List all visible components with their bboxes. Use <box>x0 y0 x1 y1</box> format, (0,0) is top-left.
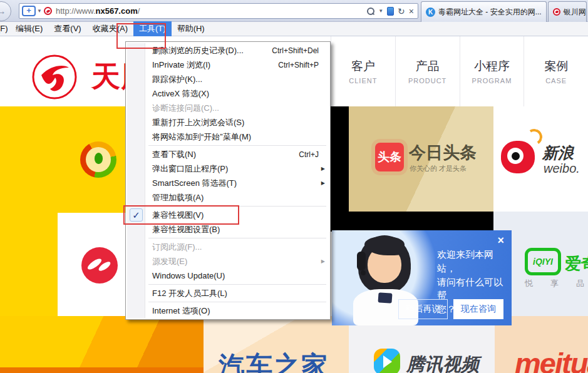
nav-item-product[interactable]: 产品 PRODUCT <box>395 36 460 106</box>
menu-item-internet-options[interactable]: Internet 选项(O) <box>127 304 329 318</box>
nav-product-cn: 产品 <box>416 58 440 74</box>
tile-toutiao[interactable]: 头条 今日头条 你关心的 才是头条 <box>349 106 493 212</box>
forward-button[interactable]: → <box>0 1 11 21</box>
meituan-title: meituan <box>515 346 588 373</box>
nav-item-case[interactable]: 案例 CASE <box>524 36 588 106</box>
iqiyi-slogan: 悦享品 <box>525 278 584 289</box>
tab-yinchuan-title: 银川网 <box>564 7 586 18</box>
tile-autohome[interactable]: 汽车之家 <box>204 316 349 373</box>
tencent-video-logo-icon <box>374 349 400 373</box>
menu-item-reopen-last-session[interactable]: 重新打开上次浏览会话(S) <box>127 115 329 130</box>
tab-bar: K 毒霸网址大全 - 安全实用的网... 银川网 <box>421 1 587 22</box>
refresh-icon[interactable]: ↻ <box>398 7 405 16</box>
search-dropdown-icon[interactable]: ▼ <box>378 8 383 14</box>
menu-item-add-site-to-start[interactable]: 将网站添加到“开始”菜单(M) <box>127 130 329 144</box>
nav-client-en: CLIENT <box>349 77 377 84</box>
phoenix-logo-icon <box>81 247 118 284</box>
weibo-en-text: weibo. <box>544 161 580 176</box>
tools-dropdown-menu: 删除浏览的历史记录(D)...Ctrl+Shift+Del InPrivate … <box>125 41 331 320</box>
nav-product-en: PRODUCT <box>408 77 446 84</box>
autohome-title: 汽车之家 <box>219 349 329 373</box>
menu-separator <box>148 238 326 238</box>
submenu-arrow-icon: ▶ <box>321 258 325 264</box>
menu-item-tracking-protection[interactable]: 跟踪保护(K)... <box>127 72 329 86</box>
submenu-arrow-icon: ▶ <box>321 180 325 186</box>
tile-weibo[interactable]: 新浪 weibo. <box>493 106 588 212</box>
address-bar[interactable]: + ▼ http://www.nx567.com/ ▼ ↻ × <box>19 3 418 19</box>
menu-item-smartscreen[interactable]: SmartScreen 筛选器(T)▶ <box>127 176 329 190</box>
tencent-video-title: 腾讯视频 <box>406 352 479 373</box>
menu-item-inprivate[interactable]: InPrivate 浏览(I)Ctrl+Shift+P <box>127 58 329 72</box>
menu-item-activex-filtering[interactable]: ActiveX 筛选(X) <box>127 86 329 101</box>
nav-case-en: CASE <box>545 77 567 84</box>
annotation-rect-tools <box>116 23 166 49</box>
site-nav: 客户 CLIENT 产品 PRODUCT 小程序 PROGRAM 案例 CASE <box>331 36 588 106</box>
addon-dropdown-icon[interactable]: ▼ <box>37 8 42 14</box>
qq-logo-icon <box>80 141 116 178</box>
menu-bar: 文件(F) 编辑(E) 查看(V) 收藏夹(A) 工具(T) 帮助(H) <box>0 22 588 36</box>
yinchuan-favicon-icon <box>553 8 560 16</box>
menu-separator <box>148 145 326 146</box>
chat-popup: × 欢迎来到本网站， 请问有什么可以帮 您？ 稍后再说 现在咨询 <box>332 230 512 325</box>
menu-item-subscribe-feed: 订阅此源(F)... <box>127 240 329 254</box>
duba-favicon-icon: K <box>426 8 435 17</box>
popup-close-icon[interactable]: × <box>497 235 504 245</box>
menu-help[interactable]: 帮助(H) <box>172 21 210 36</box>
tianmai-logo-icon <box>31 54 78 100</box>
menu-item-feed-discovery: 源发现(E)▶ <box>127 254 329 268</box>
menu-separator <box>148 302 326 302</box>
black-gap-horizontal <box>349 212 493 232</box>
iqiyi-logo-icon: iQIYI <box>525 248 561 275</box>
nav-client-cn: 客户 <box>351 58 375 74</box>
annotation-rect-compatibility-view <box>123 205 239 225</box>
black-gap-vertical <box>331 106 349 232</box>
menu-file[interactable]: 文件(F) <box>0 21 10 36</box>
menu-separator <box>148 284 326 285</box>
menu-item-manage-addons[interactable]: 管理加载项(A) <box>127 190 329 205</box>
tab-duba[interactable]: K 毒霸网址大全 - 安全实用的网... <box>421 1 547 22</box>
url-text[interactable]: http://www.nx567.com/ <box>56 6 140 16</box>
toutiao-slogan: 你关心的 才是头条 <box>410 164 467 173</box>
weibo-cn-text: 新浪 <box>542 143 574 163</box>
tab-duba-title: 毒霸网址大全 - 安全实用的网... <box>438 7 542 18</box>
tile-orange <box>0 316 204 373</box>
nav-item-program[interactable]: 小程序 PROGRAM <box>460 36 524 106</box>
search-icon[interactable] <box>367 8 374 15</box>
tab-yinchuan[interactable]: 银川网 <box>548 1 587 22</box>
iqiyi-title: 爱奇艺 <box>565 253 588 275</box>
menu-item-popup-blocker[interactable]: 弹出窗口阻止程序(P)▶ <box>127 161 329 176</box>
stop-icon[interactable]: × <box>409 7 414 16</box>
weibo-eye-icon <box>501 141 535 173</box>
browser-window: 天脉 客户 CLIENT 产品 PRODUCT 小程序 PROGRAM 案例 C… <box>0 0 588 373</box>
consult-now-button[interactable]: 现在咨询 <box>453 299 503 319</box>
nav-item-client[interactable]: 客户 CLIENT <box>331 36 395 106</box>
menu-view[interactable]: 查看(V) <box>48 21 86 36</box>
nav-program-en: PROGRAM <box>472 77 512 84</box>
site-favicon-icon <box>44 7 52 15</box>
nav-case-cn: 案例 <box>544 58 568 74</box>
menu-item-f12-tools[interactable]: F12 开发人员工具(L) <box>127 286 329 300</box>
menu-item-windows-update[interactable]: Windows Update(U) <box>127 268 329 283</box>
compatibility-page-icon[interactable] <box>387 7 394 16</box>
toutiao-badge-icon: 头条 <box>375 143 404 171</box>
browser-toolbar: → + ▼ http://www.nx567.com/ ▼ ↻ × K 毒霸网址… <box>0 0 588 22</box>
later-button[interactable]: 稍后再说 <box>398 299 448 319</box>
toutiao-title: 今日头条 <box>409 141 477 164</box>
headset-icon <box>357 252 366 270</box>
tile-yellow-strip <box>0 213 58 316</box>
menu-edit[interactable]: 编辑(E) <box>10 21 48 36</box>
menu-item-diagnose-connection: 诊断连接问题(C)... <box>127 101 329 115</box>
addon-plus-icon[interactable]: + <box>22 6 36 16</box>
menu-item-view-downloads[interactable]: 查看下载(N)Ctrl+J <box>127 147 329 161</box>
nav-program-cn: 小程序 <box>474 58 510 74</box>
submenu-arrow-icon: ▶ <box>321 166 325 171</box>
